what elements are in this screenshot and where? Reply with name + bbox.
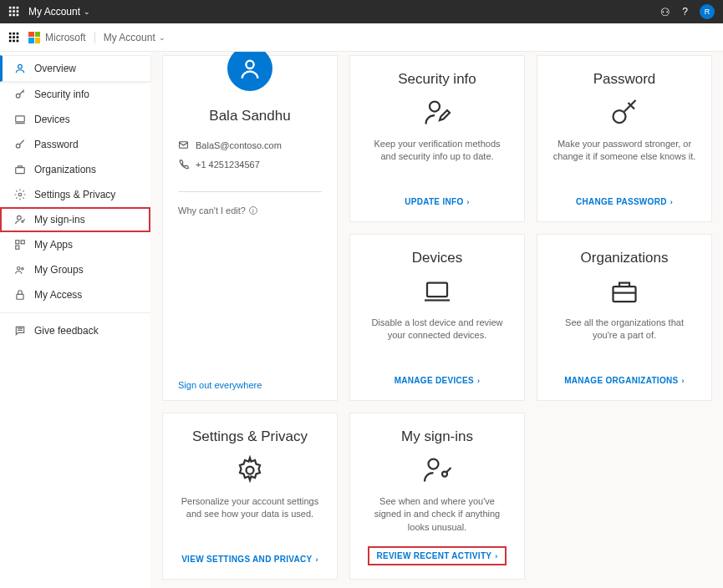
password-card: Password Make your password stronger, or…	[537, 55, 712, 222]
svg-rect-8	[17, 14, 19, 17]
svg-rect-26	[16, 241, 19, 244]
nav-my-groups[interactable]: My Groups	[0, 257, 150, 282]
svg-rect-7	[13, 14, 15, 17]
svg-point-21	[16, 144, 20, 148]
svg-rect-2	[17, 7, 19, 9]
svg-rect-15	[9, 39, 12, 42]
person-key-icon	[422, 455, 452, 485]
card-desc: Disable a lost device and review your co…	[362, 317, 512, 342]
svg-rect-17	[17, 39, 19, 42]
gear-icon	[14, 189, 26, 200]
lock-icon	[14, 289, 26, 301]
profile-edit-hint[interactable]: Why can't I edit? i	[178, 205, 322, 215]
svg-rect-22	[16, 168, 25, 174]
breadcrumb[interactable]: My Account ⌄	[104, 32, 165, 43]
svg-rect-3	[9, 10, 12, 13]
profile-card: Bala Sandhu BalaS@contoso.com +1 4251234…	[162, 55, 338, 401]
nav-my-apps[interactable]: My Apps	[0, 232, 150, 257]
svg-point-38	[247, 467, 254, 474]
my-signins-card: My sign-ins See when and where you've si…	[349, 413, 525, 580]
chevron-down-icon: ⌄	[159, 33, 165, 42]
gear-icon	[235, 455, 265, 485]
nav-settings-privacy[interactable]: Settings & Privacy	[0, 182, 150, 207]
apps-icon	[14, 239, 26, 251]
help-icon[interactable]: ?	[682, 6, 688, 18]
org-icon[interactable]: ⚇	[660, 6, 670, 18]
signin-icon	[14, 214, 26, 226]
nav-label: Give feedback	[34, 325, 99, 337]
svg-rect-36	[427, 283, 447, 297]
svg-rect-10	[13, 32, 15, 34]
card-title: Password	[593, 71, 656, 88]
nav-label: Organizations	[34, 164, 96, 175]
info-icon: i	[249, 206, 257, 215]
svg-rect-12	[9, 36, 12, 38]
microsoft-logo-icon	[28, 32, 40, 43]
person-icon	[14, 63, 26, 74]
main-content: Bala Sandhu BalaS@contoso.com +1 4251234…	[150, 52, 723, 588]
app-launcher-icon[interactable]	[8, 6, 20, 18]
svg-point-39	[429, 459, 439, 469]
nav-give-feedback[interactable]: Give feedback	[0, 318, 150, 343]
chevron-right-icon: ›	[682, 377, 685, 385]
card-desc: Make your password stronger, or change i…	[549, 138, 700, 164]
chevron-right-icon: ›	[495, 552, 497, 560]
sidebar-nav: Overview Security info Devices Password …	[0, 52, 150, 588]
global-topbar: My Account ⌄ ⚇ ? R	[0, 0, 723, 23]
profile-phone-row: +1 4251234567	[178, 159, 322, 170]
view-settings-privacy-link[interactable]: VIEW SETTINGS AND PRIVACY›	[181, 555, 318, 564]
svg-point-19	[16, 94, 20, 98]
svg-rect-14	[17, 36, 19, 38]
svg-rect-6	[9, 14, 12, 17]
card-title: Devices	[412, 250, 462, 266]
svg-rect-16	[13, 39, 15, 42]
chevron-right-icon: ›	[316, 555, 318, 564]
account-avatar[interactable]: R	[700, 4, 715, 19]
card-title: My sign-ins	[401, 428, 473, 445]
nav-security-info[interactable]: Security info	[0, 82, 150, 107]
svg-point-34	[430, 102, 440, 112]
feedback-icon	[14, 325, 26, 337]
svg-point-25	[22, 220, 23, 222]
svg-rect-0	[9, 7, 12, 9]
topbar-title-dropdown[interactable]: My Account ⌄	[28, 6, 90, 18]
svg-rect-4	[13, 10, 15, 13]
manage-devices-link[interactable]: MANAGE DEVICES›	[395, 376, 481, 385]
nav-label: Security info	[34, 89, 89, 100]
topbar-title: My Account	[28, 6, 80, 18]
svg-point-32	[246, 61, 253, 68]
signout-everywhere-link[interactable]: Sign out everywhere	[178, 380, 322, 390]
app-launcher-icon[interactable]	[8, 32, 20, 43]
sub-header: Microsoft My Account ⌄	[0, 23, 723, 52]
nav-label: Settings & Privacy	[34, 189, 115, 200]
card-title: Settings & Privacy	[192, 428, 308, 445]
profile-email-row: BalaS@contoso.com	[178, 139, 322, 150]
card-desc: Keep your verification methods and secur…	[362, 138, 512, 164]
profile-name: Bala Sandhu	[178, 108, 322, 124]
nav-overview[interactable]: Overview	[0, 55, 150, 82]
nav-devices[interactable]: Devices	[0, 107, 150, 132]
change-password-link[interactable]: CHANGE PASSWORD›	[576, 197, 673, 206]
svg-rect-31	[17, 294, 23, 299]
nav-label: My sign-ins	[34, 214, 85, 226]
chevron-right-icon: ›	[670, 198, 673, 206]
laptop-icon	[422, 276, 452, 307]
nav-organizations[interactable]: Organizations	[0, 157, 150, 182]
nav-label: My Access	[34, 289, 82, 301]
nav-my-signins[interactable]: My sign-ins	[0, 207, 150, 232]
manage-organizations-link[interactable]: MANAGE ORGANIZATIONS›	[564, 376, 685, 385]
svg-rect-11	[17, 32, 19, 34]
update-info-link[interactable]: UPDATE INFO›	[405, 197, 470, 206]
svg-rect-28	[16, 246, 19, 249]
nav-my-access[interactable]: My Access	[0, 282, 150, 307]
svg-rect-5	[17, 10, 19, 13]
svg-point-35	[614, 110, 626, 123]
nav-label: Overview	[34, 63, 76, 74]
person-edit-icon	[422, 98, 452, 128]
microsoft-logo[interactable]: Microsoft	[28, 32, 95, 43]
svg-rect-37	[614, 286, 636, 302]
svg-point-30	[22, 268, 23, 270]
security-info-card: Security info Keep your verification met…	[349, 55, 525, 222]
review-recent-activity-link[interactable]: REVIEW RECENT ACTIVITY›	[369, 548, 504, 564]
nav-password[interactable]: Password	[0, 132, 150, 157]
